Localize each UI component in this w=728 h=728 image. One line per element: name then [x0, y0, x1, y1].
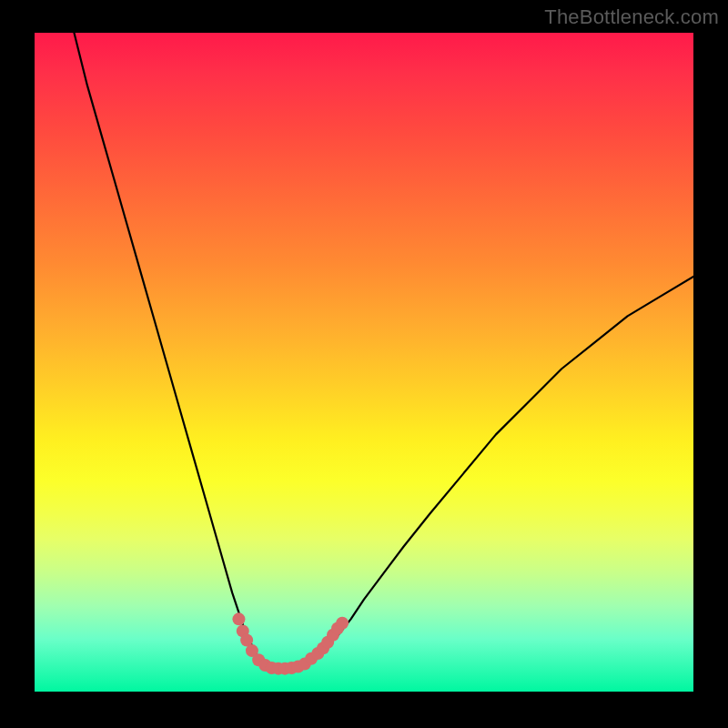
curve-line: [74, 33, 693, 669]
watermark-text: TheBottleneck.com: [544, 5, 719, 29]
marker-dot: [336, 617, 349, 630]
chart-svg: [35, 33, 693, 692]
highlight-markers: [232, 612, 349, 674]
plot-area: [35, 33, 693, 692]
marker-dot: [232, 612, 245, 625]
